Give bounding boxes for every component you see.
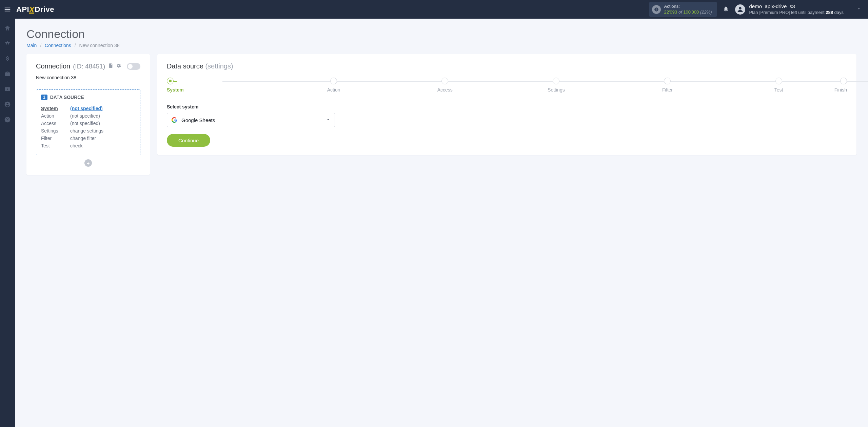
user-name: demo_apix-drive_s3 <box>749 3 844 10</box>
step-access[interactable]: Access <box>389 78 500 93</box>
file-icon <box>108 63 113 68</box>
wizard-subtitle: (settings) <box>205 62 233 70</box>
breadcrumb-connections[interactable]: Connections <box>45 43 71 48</box>
ds-steps-table: System(not specified)Action(not specifie… <box>41 105 135 149</box>
ds-step-value[interactable]: (not specified) <box>70 113 100 119</box>
avatar <box>735 4 745 15</box>
connection-id: (ID: 48451) <box>73 63 105 70</box>
logo-x: X <box>29 7 34 14</box>
ds-row[interactable]: Access(not specified) <box>41 120 135 127</box>
sidebar-help[interactable] <box>4 116 11 124</box>
step-label: Settings <box>548 87 565 93</box>
ds-row[interactable]: Settingschange settings <box>41 127 135 135</box>
step-filter[interactable]: Filter <box>612 78 723 93</box>
data-source-box: 1 DATA SOURCE System(not specified)Actio… <box>36 89 140 155</box>
sidebar-billing[interactable] <box>4 55 11 63</box>
menu-toggle-button[interactable] <box>0 0 15 19</box>
wizard-title: Data source <box>167 62 203 70</box>
step-dot <box>330 78 337 84</box>
step-label: Access <box>437 87 453 93</box>
settings-button[interactable] <box>116 62 121 70</box>
wizard-panel: Data source (settings) SystemActionAcces… <box>157 54 856 155</box>
step-label: Action <box>327 87 340 93</box>
ds-number-badge: 1 <box>41 95 47 100</box>
ds-step-value[interactable]: check <box>70 143 83 148</box>
step-dot <box>167 78 174 84</box>
gear-icon <box>116 63 121 68</box>
youtube-icon <box>4 86 11 93</box>
bell-icon <box>723 6 729 12</box>
ds-step-value[interactable]: change filter <box>70 136 96 141</box>
ds-step-label[interactable]: Access <box>41 121 56 126</box>
logo-part2: Drive <box>35 5 54 14</box>
help-icon <box>4 116 11 123</box>
app-logo[interactable]: APIXDrive <box>16 5 54 14</box>
sidebar-account[interactable] <box>4 101 11 109</box>
user-icon <box>736 6 744 13</box>
home-icon <box>4 25 11 32</box>
page-title: Connection <box>26 27 856 41</box>
user-text: demo_apix-drive_s3 Plan |Premium PRO| le… <box>749 3 844 15</box>
ds-step-label[interactable]: Filter <box>41 136 52 141</box>
ds-title: DATA SOURCE <box>50 95 84 100</box>
info-icon <box>652 5 661 14</box>
add-destination-button[interactable]: + <box>84 159 92 167</box>
step-dot <box>775 78 782 84</box>
select-system-dropdown[interactable]: Google Sheets <box>167 113 335 127</box>
main-content: Connection Main / Connections / New conn… <box>15 19 868 427</box>
sidebar <box>0 19 15 427</box>
stepper: SystemActionAccessSettingsFilterTestFini… <box>167 78 847 93</box>
connection-toggle[interactable] <box>127 63 140 70</box>
chevron-down-icon <box>856 6 861 12</box>
breadcrumb-main[interactable]: Main <box>26 43 37 48</box>
step-system[interactable]: System <box>167 78 278 93</box>
breadcrumb: Main / Connections / New connection 38 <box>26 43 856 48</box>
step-dot <box>664 78 671 84</box>
logo-part1: API <box>16 5 29 14</box>
chevron-down-icon <box>326 117 331 123</box>
continue-button[interactable]: Continue <box>167 134 210 147</box>
copy-button[interactable] <box>108 62 113 70</box>
sidebar-video[interactable] <box>4 86 11 94</box>
step-test[interactable]: Test <box>723 78 834 93</box>
ds-step-value[interactable]: (not specified) <box>70 106 103 111</box>
dollar-icon <box>4 55 11 62</box>
sidebar-briefcase[interactable] <box>4 70 11 78</box>
notifications-button[interactable] <box>723 6 729 13</box>
sitemap-icon <box>4 40 11 47</box>
ds-step-value[interactable]: (not specified) <box>70 121 100 126</box>
step-dot <box>441 78 448 84</box>
ds-step-label[interactable]: Action <box>41 113 54 119</box>
ds-step-value[interactable]: change settings <box>70 128 103 134</box>
step-dot <box>840 78 847 84</box>
breadcrumb-current: New connection 38 <box>79 43 120 48</box>
step-label: Filter <box>662 87 673 93</box>
step-dot <box>553 78 559 84</box>
user-circle-icon <box>4 101 11 108</box>
connection-head-label: Connection <box>36 62 70 70</box>
step-finish[interactable]: Finish <box>834 78 847 93</box>
user-menu[interactable]: demo_apix-drive_s3 Plan |Premium PRO| le… <box>735 3 861 15</box>
ds-row[interactable]: Testcheck <box>41 142 135 149</box>
actions-counter[interactable]: Actions: 22'093 of 100'000 (22%) <box>649 2 717 17</box>
step-action[interactable]: Action <box>278 78 389 93</box>
ds-step-label[interactable]: System <box>41 106 58 111</box>
step-label: System <box>167 87 184 93</box>
ds-row[interactable]: Action(not specified) <box>41 112 135 120</box>
hamburger-icon <box>4 6 11 13</box>
sidebar-home[interactable] <box>4 25 11 33</box>
connection-name[interactable]: New connection 38 <box>36 75 140 84</box>
ds-step-label[interactable]: Settings <box>41 128 58 134</box>
ds-row[interactable]: Filterchange filter <box>41 135 135 142</box>
select-system-value: Google Sheets <box>181 117 322 123</box>
sidebar-connections[interactable] <box>4 40 11 48</box>
connection-panel: Connection (ID: 48451) New connection 38… <box>26 54 150 175</box>
google-logo-icon <box>171 117 177 123</box>
topbar: APIXDrive Actions: 22'093 of 100'000 (22… <box>0 0 868 19</box>
ds-row[interactable]: System(not specified) <box>41 105 135 112</box>
user-plan: Plan |Premium PRO| left until payment 28… <box>749 10 844 15</box>
step-label: Test <box>774 87 783 93</box>
ds-step-label[interactable]: Test <box>41 143 50 148</box>
actions-text: Actions: 22'093 of 100'000 (22%) <box>664 4 712 15</box>
step-settings[interactable]: Settings <box>500 78 612 93</box>
